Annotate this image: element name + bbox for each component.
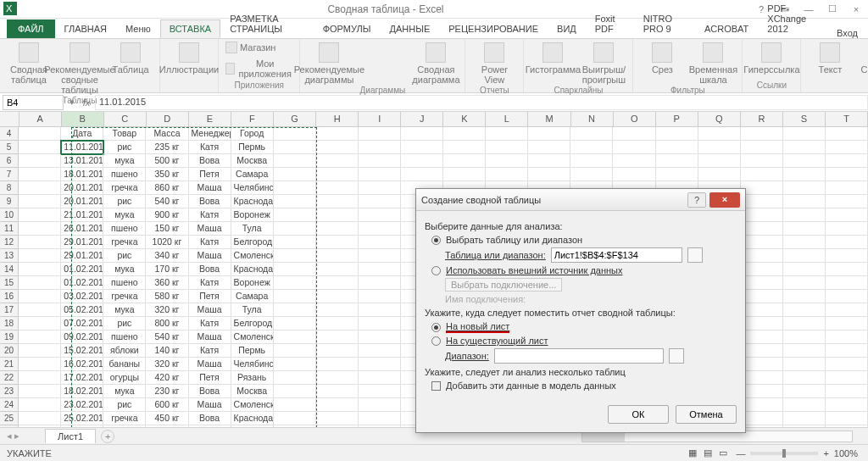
ribbon-tab[interactable]: Меню: [116, 19, 160, 38]
cell[interactable]: [783, 398, 826, 412]
cell[interactable]: [783, 412, 826, 425]
cell[interactable]: пшено: [103, 276, 146, 290]
cell[interactable]: [741, 208, 783, 222]
cell[interactable]: [316, 317, 359, 330]
cell[interactable]: [359, 181, 401, 195]
cell[interactable]: [741, 412, 783, 425]
cell[interactable]: Маша: [189, 249, 231, 263]
cell[interactable]: [826, 222, 868, 236]
cell[interactable]: [570, 154, 613, 168]
column-header[interactable]: L: [486, 112, 528, 126]
chart-icon[interactable]: [392, 42, 405, 54]
timeline-button[interactable]: Временная шкала: [689, 41, 737, 85]
cell[interactable]: [528, 127, 570, 141]
cell[interactable]: [316, 222, 359, 236]
cell[interactable]: [274, 236, 316, 249]
cell[interactable]: [19, 330, 61, 344]
cell[interactable]: [826, 249, 868, 263]
checkbox-data-model[interactable]: Добавить эти данные в модель данных: [431, 380, 737, 391]
cell[interactable]: Вова: [189, 412, 231, 425]
cell[interactable]: 580 кг: [146, 290, 188, 303]
cell[interactable]: [316, 344, 359, 358]
column-header[interactable]: Q: [698, 112, 741, 126]
cell[interactable]: 07.02.2015: [61, 317, 103, 330]
cell[interactable]: 450 кг: [146, 412, 188, 425]
sparkline-winloss-button[interactable]: Выигрыш/проигрыш: [580, 41, 627, 85]
column-header[interactable]: I: [359, 112, 401, 126]
cell[interactable]: [401, 141, 443, 154]
row-header[interactable]: 24: [0, 398, 19, 412]
cell[interactable]: [359, 236, 401, 249]
cell[interactable]: бананы: [103, 358, 146, 371]
cell[interactable]: [528, 168, 570, 181]
cell[interactable]: [274, 141, 316, 154]
cell[interactable]: [274, 154, 316, 168]
cell[interactable]: 500 кг: [146, 154, 188, 168]
ribbon-tab[interactable]: ГЛАВНАЯ: [55, 19, 116, 38]
cell[interactable]: [741, 371, 783, 385]
cell[interactable]: Смоленск: [231, 249, 274, 263]
ribbon-tab[interactable]: Foxit PDF: [586, 9, 634, 38]
cell[interactable]: [316, 303, 359, 317]
cell[interactable]: [19, 276, 61, 290]
cell[interactable]: [741, 236, 783, 249]
formula-bar[interactable]: 11.01.2015: [95, 95, 868, 110]
cell[interactable]: [359, 303, 401, 317]
cell[interactable]: 23.02.2015: [61, 398, 103, 412]
cell[interactable]: Катя: [189, 141, 231, 154]
view-pagebreak-icon[interactable]: ▭: [715, 447, 731, 458]
cell[interactable]: [443, 127, 486, 141]
cell[interactable]: [783, 127, 826, 141]
range-picker-button[interactable]: [669, 348, 684, 364]
cell[interactable]: 29.01.2015: [61, 249, 103, 263]
cell[interactable]: [274, 195, 316, 208]
cell[interactable]: [656, 127, 698, 141]
ribbon-tab[interactable]: PDF-XChange 2012: [758, 0, 837, 38]
cell[interactable]: [274, 330, 316, 344]
name-box[interactable]: [3, 95, 64, 110]
cell[interactable]: гречка: [103, 412, 146, 425]
cell[interactable]: 21.01.2015: [61, 208, 103, 222]
cell[interactable]: [741, 263, 783, 276]
chart-icon[interactable]: [358, 42, 371, 54]
column-header[interactable]: M: [528, 112, 570, 126]
cell[interactable]: Маша: [189, 330, 231, 344]
row-header[interactable]: 10: [0, 208, 19, 222]
cell[interactable]: [359, 412, 401, 425]
cell[interactable]: [826, 344, 868, 358]
cell[interactable]: 05.02.2015: [61, 303, 103, 317]
cell[interactable]: [741, 317, 783, 330]
cell[interactable]: [316, 398, 359, 412]
pivot-chart-button[interactable]: Сводная диаграмма: [412, 41, 459, 85]
cell[interactable]: [443, 154, 486, 168]
cell[interactable]: [783, 276, 826, 290]
cell[interactable]: Петя: [189, 290, 231, 303]
cell[interactable]: 150 кг: [146, 222, 188, 236]
cell[interactable]: [698, 168, 741, 181]
cell[interactable]: [359, 195, 401, 208]
cell[interactable]: [274, 358, 316, 371]
cell[interactable]: [741, 290, 783, 303]
cell[interactable]: Катя: [189, 317, 231, 330]
cell[interactable]: 01.02.2015: [61, 263, 103, 276]
cell[interactable]: [19, 385, 61, 398]
cell[interactable]: Пермь: [231, 344, 274, 358]
cell[interactable]: пшено: [103, 222, 146, 236]
cell[interactable]: гречка: [103, 290, 146, 303]
cell[interactable]: Челябинск: [231, 358, 274, 371]
cell[interactable]: [274, 249, 316, 263]
cell[interactable]: [741, 344, 783, 358]
cell[interactable]: [316, 412, 359, 425]
cell[interactable]: [19, 303, 61, 317]
row-header[interactable]: 9: [0, 195, 19, 208]
cell[interactable]: [826, 181, 868, 195]
cell[interactable]: Москва: [231, 385, 274, 398]
cell[interactable]: Дата: [61, 127, 103, 141]
cell[interactable]: [570, 168, 613, 181]
cell[interactable]: Вова: [189, 195, 231, 208]
row-header[interactable]: 4: [0, 127, 19, 141]
cell[interactable]: [613, 154, 655, 168]
cell[interactable]: пшено: [103, 330, 146, 344]
cell[interactable]: [783, 195, 826, 208]
cell[interactable]: Петя: [189, 168, 231, 181]
